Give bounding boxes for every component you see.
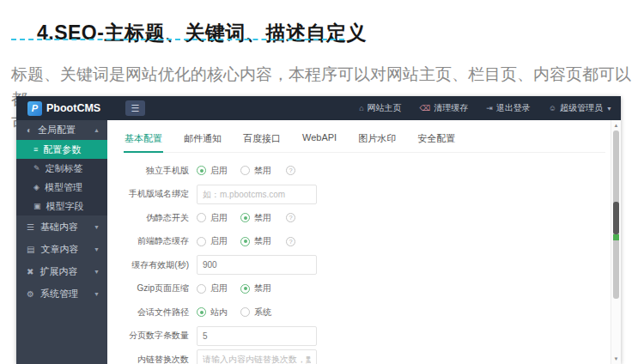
radio-label: 禁用 — [254, 212, 271, 224]
radio-label: 禁用 — [254, 165, 271, 177]
chevron-up-icon: ▲ — [94, 127, 100, 133]
form-row-cache-expire: 缓存有效期(秒) — [124, 253, 605, 277]
page-num-input[interactable] — [197, 326, 317, 346]
sidebar-item-label: 模型字段 — [46, 200, 84, 213]
tab-webapi[interactable]: WebAPI — [301, 128, 337, 152]
radio-label: 启用 — [210, 165, 228, 177]
home-icon: ⌂ — [359, 104, 363, 112]
field-label: 手机版域名绑定 — [124, 188, 197, 200]
radio-icon — [240, 213, 250, 222]
topbar-item-label: 退出登录 — [496, 102, 531, 114]
radio-in-site[interactable]: 站内 — [197, 306, 228, 318]
sidebar-group-global-config[interactable]: ◐ 全局配置 ▲ — [16, 120, 107, 140]
field-label: 会话文件路径 — [124, 306, 197, 318]
info-icon[interactable]: ? — [286, 166, 295, 175]
sidebar-item-custom-tags[interactable]: ✎ 定制标签 — [16, 159, 107, 178]
radio-system[interactable]: 系统 — [240, 306, 271, 318]
radio-disable[interactable]: 禁用 — [240, 212, 271, 224]
radio-disable[interactable]: 禁用 — [240, 165, 271, 177]
tab-security-config[interactable]: 安全配置 — [416, 128, 456, 152]
inner-link-input[interactable] — [197, 349, 317, 364]
sidebar-group-label: 系统管理 — [40, 288, 78, 300]
topbar-item-site-home[interactable]: ⌂ 网站主页 — [359, 102, 401, 114]
config-tabs: 基本配置 邮件通知 百度接口 WebAPI 图片水印 安全配置 — [124, 128, 605, 153]
sidebar-item-label: 配置参数 — [43, 143, 81, 156]
field-label: 内链替换次数 — [124, 354, 197, 364]
sidebar-group-label: 文章内容 — [40, 243, 78, 256]
scroll-down-icon[interactable]: ▼ — [611, 355, 621, 363]
tab-mail-notify[interactable]: 邮件通知 — [183, 128, 222, 152]
radio-enable[interactable]: 启用 — [197, 235, 228, 247]
form-row-inner-link: 内链替换次数 — [124, 348, 605, 364]
form-row-session-path: 会话文件路径 站内 系统 — [124, 300, 605, 325]
page-title: 4.SEO-主标题、关键词、描述自定义 — [37, 20, 367, 46]
radio-label: 禁用 — [254, 282, 271, 294]
tab-image-watermark[interactable]: 图片水印 — [357, 128, 397, 152]
topbar-item-label: 清理缓存 — [434, 102, 468, 114]
tab-basic-config[interactable]: 基本配置 — [124, 128, 163, 153]
radio-icon — [197, 284, 206, 294]
radio-disable[interactable]: 禁用 — [240, 235, 271, 247]
menu-toggle-button[interactable]: ☰ — [125, 100, 145, 116]
sidebar-item-model-manage[interactable]: ◈ 模型管理 — [16, 178, 107, 197]
pbootcms-logo[interactable]: P PbootCMS — [16, 101, 117, 116]
radio-enable[interactable]: 启用 — [197, 282, 228, 294]
sidebar-group-extend-content[interactable]: ✖ 扩展内容 ▼ — [16, 260, 107, 282]
sidebar-group-label: 扩展内容 — [39, 265, 77, 278]
content-scrollbar[interactable]: ▲ ▼ — [611, 120, 621, 364]
gear-icon: ⚙ — [27, 289, 34, 299]
sidebar-item-model-fields[interactable]: ▣ 模型字段 — [16, 197, 107, 215]
pbootcms-admin-screenshot: P PbootCMS ☰ ⌂ 网站主页 ⌫ 清理缓存 ⇥ 退出登录 ☺ 超级管理… — [16, 96, 621, 364]
chevron-down-icon: ▼ — [94, 224, 100, 230]
admin-content: 基本配置 邮件通知 百度接口 WebAPI 图片水印 安全配置 独立手机版 启用… — [107, 120, 621, 364]
form-row-pseudo-static: 伪静态开关 启用 禁用 ? — [124, 206, 605, 230]
topbar-right-menu: ⌂ 网站主页 ⌫ 清理缓存 ⇥ 退出登录 ☺ 超级管理员 ▼ — [341, 102, 621, 114]
chevron-down-icon: ▼ — [94, 269, 100, 275]
radio-enable[interactable]: 启用 — [197, 212, 228, 224]
topbar-item-label: 超级管理员 — [560, 102, 603, 114]
sidebar-item-label: 模型管理 — [45, 181, 82, 194]
expand-icon: ✖ — [27, 267, 33, 276]
form-row-static-cache: 前端静态缓存 启用 禁用 ? — [124, 230, 605, 254]
form-row-mobile-version: 独立手机版 启用 禁用 ? — [124, 159, 605, 183]
admin-sidebar: ◐ 全局配置 ▲ ≡ 配置参数 ✎ 定制标签 ◈ 模型管理 ▣ — [16, 120, 107, 364]
mobile-domain-input[interactable] — [197, 185, 317, 204]
topbar-item-label: 网站主页 — [368, 102, 402, 114]
sidebar-item-label: 定制标签 — [46, 162, 83, 175]
radio-icon — [240, 307, 250, 317]
cache-expire-input[interactable] — [197, 255, 317, 275]
form-row-mobile-domain: 手机版域名绑定 — [124, 183, 605, 207]
radio-disable[interactable]: 禁用 — [240, 282, 271, 294]
chevron-down-icon: ▼ — [94, 246, 100, 252]
topbar-item-admin-user[interactable]: ☺ 超级管理员 ▼ — [549, 102, 612, 114]
sidebar-group-article-content[interactable]: ▤ 文章内容 ▼ — [16, 238, 107, 260]
tab-baidu-api[interactable]: 百度接口 — [242, 128, 282, 152]
admin-main: ◐ 全局配置 ▲ ≡ 配置参数 ✎ 定制标签 ◈ 模型管理 ▣ — [16, 120, 621, 364]
scroll-up-icon[interactable]: ▲ — [611, 121, 621, 130]
field-label: 独立手机版 — [124, 165, 197, 177]
chevron-down-icon: ▼ — [94, 291, 100, 297]
radio-label: 系统 — [254, 306, 271, 318]
topbar-item-clear-cache[interactable]: ⌫ 清理缓存 — [420, 102, 469, 114]
brand-name: PbootCMS — [46, 102, 100, 114]
radio-icon — [197, 237, 206, 246]
sidebar-item-config-params[interactable]: ≡ 配置参数 — [16, 140, 107, 159]
scrollbar-thumb[interactable] — [613, 202, 619, 234]
topbar-item-logout[interactable]: ⇥ 退出登录 — [486, 102, 531, 114]
radio-icon — [240, 166, 250, 175]
form-row-gzip: Gzip页面压缩 启用 禁用 — [124, 277, 605, 301]
info-icon[interactable]: ? — [286, 237, 295, 246]
info-icon[interactable]: ? — [286, 213, 295, 222]
radio-icon — [197, 213, 206, 222]
radio-label: 启用 — [210, 212, 228, 224]
trash-icon: ⌫ — [420, 104, 431, 112]
sidebar-group-system-manage[interactable]: ⚙ 系统管理 ▼ — [16, 282, 107, 305]
radio-label: 启用 — [210, 235, 228, 247]
sliders-icon: ☰ — [27, 222, 34, 232]
radio-label: 启用 — [210, 282, 228, 294]
radio-enable[interactable]: 启用 — [197, 165, 228, 177]
field-label: Gzip页面压缩 — [124, 282, 197, 294]
diamond-icon: ◈ — [33, 183, 39, 191]
field-label: 前端静态缓存 — [124, 235, 197, 247]
sidebar-group-base-content[interactable]: ☰ 基础内容 ▼ — [16, 215, 107, 238]
